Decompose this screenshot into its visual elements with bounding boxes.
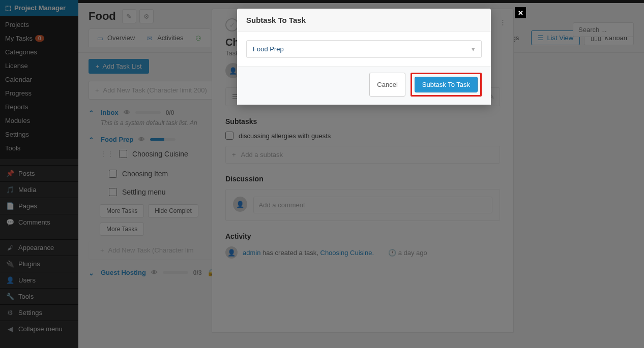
subtask-to-task-confirm-button[interactable]: Subtask To Task (415, 77, 478, 92)
close-panel-button[interactable]: ✕ (515, 7, 526, 18)
highlight-annotation: Subtask To Task (411, 73, 482, 97)
modal-title: Subtask To Task (237, 9, 491, 32)
cancel-button[interactable]: Cancel (369, 73, 405, 97)
tasklist-select[interactable]: Food Prep ▾ (246, 40, 482, 58)
subtask-to-task-modal: Subtask To Task Food Prep ▾ Cancel Subta… (237, 9, 491, 105)
chevron-down-icon: ▾ (472, 45, 475, 53)
